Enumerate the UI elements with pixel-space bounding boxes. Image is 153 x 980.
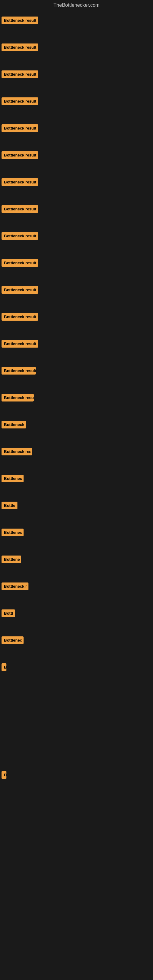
list-item: Bottleneck result <box>2 313 38 322</box>
list-item: B <box>2 663 6 672</box>
site-header: TheBottlenecker.com <box>0 0 153 10</box>
list-item: Bottleneck result <box>2 43 38 52</box>
list-item: Bottleneck result <box>2 367 36 376</box>
list-item: Bottleneck result <box>2 286 38 295</box>
bottleneck-badge: Bottleneck result <box>2 286 38 294</box>
bottleneck-badge: Bottlene <box>2 555 21 563</box>
bottleneck-badge: Bottleneck result <box>2 367 36 375</box>
list-item: Bottlenec <box>2 475 24 484</box>
list-item: Bottleneck result <box>2 232 38 241</box>
bottleneck-badge: Bottleneck res <box>2 448 32 455</box>
bottleneck-badge: Bottleneck result <box>2 313 38 321</box>
bottleneck-badge: Bottlenec <box>2 475 24 482</box>
list-item: Bottleneck result <box>2 124 38 133</box>
list-item: Bottle <box>2 502 18 511</box>
list-item: Bottlenec <box>2 528 24 538</box>
list-item: Bottleneck result <box>2 151 38 160</box>
list-item: Bottleneck result <box>2 97 38 106</box>
bottleneck-badge: Bottleneck resu <box>2 394 33 401</box>
bottleneck-badge: Bottle <box>2 502 18 509</box>
list-item: Bottleneck r <box>2 582 29 591</box>
bottleneck-badge: Bottleneck result <box>2 178 38 186</box>
list-item: Bottleneck result <box>2 259 38 268</box>
bottleneck-badge: Bottleneck result <box>2 151 38 159</box>
bottleneck-badge: Bottleneck result <box>2 43 38 51</box>
bottleneck-badge: Bottleneck r <box>2 582 29 590</box>
bottleneck-badge: Bottleneck result <box>2 16 38 24</box>
list-item: Bottleneck resu <box>2 394 33 403</box>
list-item: Bottleneck result <box>2 70 38 79</box>
list-item: Bottlenec <box>2 636 24 645</box>
list-item: Bottleneck result <box>2 340 38 349</box>
site-title-text: TheBottlenecker.com <box>54 2 99 8</box>
bottleneck-badge: Bottleneck result <box>2 70 38 78</box>
bottleneck-badge: Bottleneck <box>2 421 26 428</box>
bottleneck-badge: Bottleneck result <box>2 259 38 267</box>
items-container: Bottleneck resultBottleneck resultBottle… <box>0 10 153 978</box>
list-item: Bottleneck result <box>2 205 38 214</box>
list-item: Bottleneck result <box>2 178 38 187</box>
bottleneck-badge: Bottleneck result <box>2 232 38 240</box>
bottleneck-badge: Bottleneck result <box>2 97 38 105</box>
bottleneck-badge: Bottleneck result <box>2 205 38 213</box>
list-item: Bottl <box>2 609 15 618</box>
bottleneck-badge: Bottleneck result <box>2 340 38 348</box>
bottleneck-badge: Bottlenec <box>2 528 24 536</box>
bottleneck-badge: Bottlenec <box>2 636 24 644</box>
bottleneck-badge: Bottl <box>2 609 15 617</box>
list-item: Bottleneck result <box>2 16 38 25</box>
bottleneck-badge: Bottleneck result <box>2 124 38 132</box>
list-item: B <box>2 771 6 780</box>
bottleneck-badge: B <box>2 663 6 671</box>
list-item: Bottlene <box>2 555 21 565</box>
bottleneck-badge: B <box>2 771 6 779</box>
list-item: Bottleneck <box>2 421 26 430</box>
list-item: Bottleneck res <box>2 448 32 457</box>
